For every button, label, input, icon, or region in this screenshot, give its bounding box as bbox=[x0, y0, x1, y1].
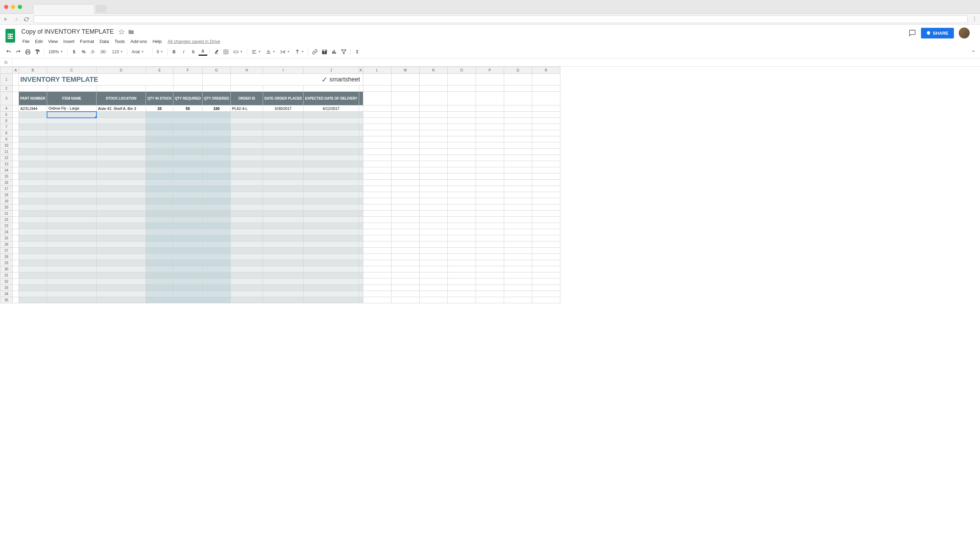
cell-B6[interactable] bbox=[19, 118, 47, 124]
cell-P23[interactable] bbox=[476, 223, 504, 229]
cell-M16[interactable] bbox=[391, 180, 419, 186]
cell-I15[interactable] bbox=[263, 174, 304, 180]
cell-I8[interactable] bbox=[263, 130, 304, 136]
cell-O18[interactable] bbox=[447, 192, 476, 198]
cell-J25[interactable] bbox=[304, 235, 359, 242]
cell-B3[interactable]: PART NUMBER bbox=[19, 92, 47, 105]
cell-P25[interactable] bbox=[476, 235, 504, 242]
cell-B31[interactable] bbox=[19, 272, 47, 279]
cell-R30[interactable] bbox=[532, 266, 560, 272]
cell-G23[interactable] bbox=[202, 223, 231, 229]
cell-B12[interactable] bbox=[19, 155, 47, 161]
cell-C24[interactable] bbox=[47, 229, 97, 235]
cell-R3[interactable] bbox=[532, 92, 560, 105]
cell-L35[interactable] bbox=[363, 297, 391, 303]
cell-G29[interactable] bbox=[202, 260, 231, 266]
cell-F32[interactable] bbox=[173, 279, 202, 285]
cell-A15[interactable] bbox=[13, 174, 19, 180]
cell-F33[interactable] bbox=[173, 285, 202, 291]
cell-L1[interactable] bbox=[363, 74, 391, 86]
cell-A34[interactable] bbox=[13, 291, 19, 297]
cell-N28[interactable] bbox=[419, 254, 447, 260]
row-header-1[interactable]: 1 bbox=[0, 74, 13, 86]
menu-addons[interactable]: Add-ons bbox=[128, 37, 150, 45]
cell-L16[interactable] bbox=[363, 180, 391, 186]
cell-M27[interactable] bbox=[391, 248, 419, 254]
cell-I9[interactable] bbox=[263, 136, 304, 143]
cell-N8[interactable] bbox=[419, 130, 447, 136]
cell-C22[interactable] bbox=[47, 217, 97, 223]
cell-A22[interactable] bbox=[13, 217, 19, 223]
cell-K7[interactable] bbox=[359, 124, 363, 130]
cell-F26[interactable] bbox=[173, 242, 202, 248]
col-header-R[interactable]: R bbox=[532, 67, 560, 74]
cell-A24[interactable] bbox=[13, 229, 19, 235]
cell-J7[interactable] bbox=[304, 124, 359, 130]
user-avatar[interactable] bbox=[959, 27, 970, 38]
cell-D11[interactable] bbox=[97, 149, 146, 155]
cell-E2[interactable] bbox=[146, 86, 173, 92]
browser-tab[interactable] bbox=[33, 4, 95, 14]
cell-P32[interactable] bbox=[476, 279, 504, 285]
cell-I7[interactable] bbox=[263, 124, 304, 130]
cell-H28[interactable] bbox=[231, 254, 263, 260]
cell-C16[interactable] bbox=[47, 180, 97, 186]
row-header-18[interactable]: 18 bbox=[0, 192, 13, 198]
cell-E32[interactable] bbox=[146, 279, 173, 285]
cell-N32[interactable] bbox=[419, 279, 447, 285]
menu-help[interactable]: Help bbox=[150, 37, 164, 45]
cell-C12[interactable] bbox=[47, 155, 97, 161]
cell-F30[interactable] bbox=[173, 266, 202, 272]
cell-Q33[interactable] bbox=[504, 285, 532, 291]
cell-K27[interactable] bbox=[359, 248, 363, 254]
cell-K22[interactable] bbox=[359, 217, 363, 223]
cell-G5[interactable] bbox=[202, 111, 231, 118]
h-align-button[interactable]: ▼ bbox=[249, 48, 263, 56]
cell-Q22[interactable] bbox=[504, 217, 532, 223]
cell-O20[interactable] bbox=[447, 204, 476, 210]
cell-I33[interactable] bbox=[263, 285, 304, 291]
cell-F22[interactable] bbox=[173, 217, 202, 223]
row-header-17[interactable]: 17 bbox=[0, 186, 13, 192]
cell-R14[interactable] bbox=[532, 167, 560, 174]
cell-R26[interactable] bbox=[532, 242, 560, 248]
cell-L12[interactable] bbox=[363, 155, 391, 161]
cell-I27[interactable] bbox=[263, 248, 304, 254]
cell-D25[interactable] bbox=[97, 235, 146, 242]
cell-Q31[interactable] bbox=[504, 272, 532, 279]
decrease-decimal-button[interactable]: .0← bbox=[89, 48, 98, 56]
menu-view[interactable]: View bbox=[46, 37, 60, 45]
cell-P11[interactable] bbox=[476, 149, 504, 155]
row-header-23[interactable]: 23 bbox=[0, 223, 13, 229]
cell-D33[interactable] bbox=[97, 285, 146, 291]
cell-C17[interactable] bbox=[47, 186, 97, 192]
cell-B2[interactable] bbox=[19, 86, 47, 92]
cell-N24[interactable] bbox=[419, 229, 447, 235]
cell-B24[interactable] bbox=[19, 229, 47, 235]
paint-format-button[interactable] bbox=[33, 48, 42, 56]
cell-Q5[interactable] bbox=[504, 111, 532, 118]
cell-R17[interactable] bbox=[532, 186, 560, 192]
cell-P33[interactable] bbox=[476, 285, 504, 291]
cell-M17[interactable] bbox=[391, 186, 419, 192]
cell-G18[interactable] bbox=[202, 192, 231, 198]
cell-B13[interactable] bbox=[19, 161, 47, 167]
cell-E14[interactable] bbox=[146, 167, 173, 174]
cell-L28[interactable] bbox=[363, 254, 391, 260]
cell-M1[interactable] bbox=[391, 74, 419, 86]
cell-D22[interactable] bbox=[97, 217, 146, 223]
window-maximize[interactable] bbox=[18, 5, 22, 9]
cell-J14[interactable] bbox=[304, 167, 359, 174]
cell-H4[interactable]: PL62-4-L bbox=[231, 105, 263, 111]
cell-E15[interactable] bbox=[146, 174, 173, 180]
cell-P2[interactable] bbox=[476, 86, 504, 92]
cell-R34[interactable] bbox=[532, 291, 560, 297]
cell-F16[interactable] bbox=[173, 180, 202, 186]
cell-K2[interactable] bbox=[359, 86, 363, 92]
cell-R25[interactable] bbox=[532, 235, 560, 242]
cell-R12[interactable] bbox=[532, 155, 560, 161]
cell-P29[interactable] bbox=[476, 260, 504, 266]
font-dropdown[interactable]: Arial▼ bbox=[129, 48, 150, 56]
cell-G30[interactable] bbox=[202, 266, 231, 272]
cell-D26[interactable] bbox=[97, 242, 146, 248]
